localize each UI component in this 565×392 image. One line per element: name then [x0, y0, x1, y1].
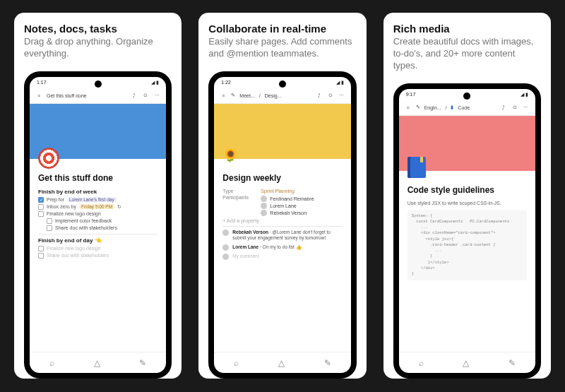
menu-icon[interactable]: ≡ — [35, 93, 42, 98]
page-content: Get this stuff done Finish by end of wee… — [30, 159, 166, 352]
comment-icon[interactable]: ⊙ — [511, 105, 518, 110]
book-icon — [408, 157, 426, 178]
hero-banner — [30, 104, 166, 159]
phone-screen: 9:17 ◢ ▮ ≡ ✎ Engin... / ▮ Code ⤴ ⊙ ⋯ Cod… — [399, 89, 535, 373]
section-heading: Finish by end of week — [38, 189, 157, 195]
comment-icon[interactable]: ⊙ — [327, 93, 334, 98]
panel-subtitle: Create beautiful docs with images, to-do… — [393, 36, 541, 72]
more-icon[interactable]: ⋯ — [338, 93, 345, 98]
search-icon[interactable]: ⌕ — [49, 358, 54, 368]
property-row[interactable]: Type Sprint Planning — [222, 189, 342, 194]
property-label: Type — [222, 189, 256, 194]
avatar — [261, 203, 267, 209]
comment-icon[interactable]: ⊙ — [142, 93, 149, 98]
toolbar: ≡ ✎ Meet... / Desig... ⤴ ⊙ ⋯ — [214, 88, 350, 104]
panel-title: Rich media — [393, 23, 541, 35]
compose-icon[interactable]: ✎ — [324, 358, 331, 368]
panel-title: Collaborate in real-time — [208, 23, 356, 35]
share-icon[interactable]: ⤴ — [500, 105, 507, 110]
share-icon[interactable]: ⤴ — [316, 93, 323, 98]
page-title: Design weekly — [222, 173, 342, 183]
page-content: Design weekly Type Sprint Planning Parti… — [214, 159, 350, 352]
page-title: Get this stuff done — [38, 173, 157, 183]
phone-screen: 1:17 ◢ ▮ ≡ Get this stuff done ⤴ ⊙ ⋯ Get… — [30, 77, 166, 373]
feature-panel-media: Rich media Create beautiful docs with im… — [383, 13, 551, 379]
camera-hole — [95, 81, 102, 88]
divider — [38, 234, 157, 234]
property-row[interactable]: Participants Ferdinand Remabre Lorem Lan… — [222, 195, 342, 217]
breadcrumb-pill[interactable]: Desig... — [265, 93, 282, 98]
book-icon: ▮ — [451, 105, 453, 110]
avatar — [261, 210, 267, 216]
bell-icon[interactable]: △ — [94, 358, 100, 368]
todo-item[interactable]: Finalize new logo design — [38, 246, 157, 251]
checkbox-icon[interactable] — [38, 253, 44, 259]
description: Use styled JSX to write scoped CSS-in-JS… — [408, 201, 527, 206]
todo-item[interactable]: Finalize new logo design — [38, 211, 157, 217]
toolbar: ≡ ✎ Engin... / ▮ Code ⤴ ⊙ ⋯ — [399, 100, 535, 116]
status-icons: ◢ ▮ — [151, 80, 159, 85]
breadcrumb-pill[interactable]: Engin... — [424, 105, 441, 110]
status-time: 9:17 — [406, 92, 416, 97]
breadcrumb-pill[interactable]: Code — [458, 105, 470, 110]
menu-icon[interactable]: ≡ — [405, 105, 412, 110]
todo-item[interactable]: Share doc with stakeholders — [38, 253, 157, 259]
toolbar: ≡ Get this stuff done ⤴ ⊙ ⋯ — [30, 88, 166, 104]
checkbox-icon[interactable] — [47, 225, 52, 231]
panel-subtitle: Drag & drop anything. Organize everythin… — [24, 36, 172, 60]
participant: Lorem Lane — [261, 203, 314, 209]
property-label: Participants — [222, 195, 256, 217]
participant: Rebekah Verson — [261, 210, 314, 216]
bottom-nav: ⌕ △ ✎ — [30, 352, 166, 373]
page-title: Code style guidelines — [408, 185, 527, 195]
checkbox-icon[interactable] — [38, 246, 44, 251]
checkbox-icon[interactable] — [38, 197, 44, 203]
avatar — [222, 230, 229, 236]
todo-item[interactable]: Prep for Lorem Lane's first day — [38, 197, 157, 203]
menu-icon[interactable]: ≡ — [220, 93, 227, 98]
phone-frame: 9:17 ◢ ▮ ≡ ✎ Engin... / ▮ Code ⤴ ⊙ ⋯ Cod… — [393, 83, 541, 379]
compose-icon[interactable]: ✎ — [509, 358, 516, 368]
checkbox-icon[interactable] — [38, 204, 44, 210]
page-content: Code style guidelines Use styled JSX to … — [399, 171, 535, 352]
share-icon[interactable]: ⤴ — [131, 93, 138, 98]
pencil-icon: ✎ — [231, 93, 235, 98]
avatar — [222, 244, 229, 251]
add-property-button[interactable]: + Add a property — [222, 218, 342, 223]
participant: Ferdinand Remabre — [261, 196, 314, 202]
bell-icon[interactable]: △ — [463, 358, 469, 368]
avatar — [261, 196, 267, 202]
compose-icon[interactable]: ✎ — [139, 358, 146, 368]
more-icon[interactable]: ⋯ — [153, 93, 160, 98]
more-icon[interactable]: ⋯ — [523, 105, 530, 110]
todo-item[interactable]: Inbox zero by Friday 5:00 PM ↻ — [38, 204, 157, 210]
breadcrumb-pill[interactable]: Meet... — [239, 93, 254, 98]
comment-input[interactable]: My comment — [222, 254, 342, 260]
camera-hole — [279, 81, 286, 88]
target-icon — [38, 148, 59, 169]
phone-frame: 1:17 ◢ ▮ ≡ Get this stuff done ⤴ ⊙ ⋯ Get… — [24, 71, 172, 379]
code-block[interactable]: System: { const CardComponents PC.CardCo… — [408, 210, 527, 281]
status-time: 1:17 — [37, 80, 47, 85]
panel-subtitle: Easily share pages. Add comments and @me… — [208, 36, 356, 60]
breadcrumb[interactable]: Get this stuff done — [47, 93, 87, 98]
checkbox-icon[interactable] — [38, 211, 44, 217]
todo-item[interactable]: Share doc with stakeholders — [47, 225, 157, 231]
feature-panel-notes: Notes, docs, tasks Drag & drop anything.… — [14, 13, 182, 379]
phone-screen: 1:22 ◢ ▮ ≡ ✎ Meet... / Desig... ⤴ ⊙ ⋯ 🌻 … — [214, 77, 350, 373]
status-icons: ◢ ▮ — [521, 92, 528, 97]
panel-title: Notes, docs, tasks — [24, 23, 172, 35]
search-icon[interactable]: ⌕ — [419, 358, 424, 368]
status-icons: ◢ ▮ — [336, 80, 344, 85]
feature-panel-collab: Collaborate in real-time Easily share pa… — [198, 13, 366, 379]
pencil-icon: ✎ — [416, 105, 420, 110]
comment: Lorem Lane · On my to do list 👍 — [222, 244, 342, 251]
divider — [222, 226, 342, 227]
section-heading: Finish by end of day 👈 — [38, 237, 157, 244]
checkbox-icon[interactable] — [47, 218, 52, 224]
todo-item[interactable]: Implement color feedback — [47, 218, 157, 224]
property-value: Sprint Planning — [261, 189, 294, 194]
hero-banner: 🌻 — [214, 104, 350, 159]
search-icon[interactable]: ⌕ — [234, 358, 239, 368]
bell-icon[interactable]: △ — [278, 358, 285, 368]
